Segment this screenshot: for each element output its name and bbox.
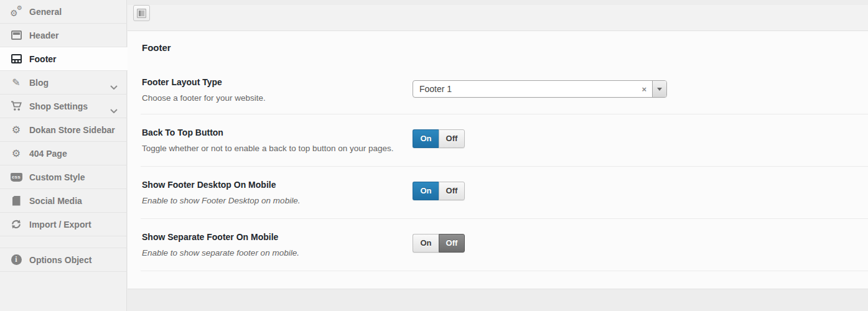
setting-row-footer-layout-type: Footer Layout Type Choose a footer for y… <box>141 72 868 114</box>
css-badge-icon: css <box>10 173 22 182</box>
separate-footer-mobile-toggle: On Off <box>413 234 465 253</box>
footer-layout-select[interactable]: Footer 1 × <box>413 80 667 98</box>
setting-label: Show Separate Footer On Mobile <box>142 232 868 243</box>
setting-row-show-footer-desktop-on-mobile: Show Footer Desktop On Mobile Enable to … <box>141 167 868 219</box>
sidebar-spacer <box>0 236 126 248</box>
setting-description: Toggle whether or not to enable a back t… <box>142 143 868 154</box>
toggle-on-button[interactable]: On <box>413 129 439 148</box>
header-layout-icon <box>10 30 22 40</box>
sidebar-item-label: Import / Export <box>29 220 91 230</box>
toggle-on-button[interactable]: On <box>413 182 439 200</box>
sidebar-item-shop-settings[interactable]: Shop Settings <box>0 95 126 118</box>
gear-icon: ⚙ <box>10 125 22 135</box>
chevron-down-icon <box>110 104 118 116</box>
gear-icon: ⚙ <box>10 149 22 159</box>
sidebar-item-custom-style[interactable]: css Custom Style <box>0 165 126 189</box>
sidebar-item-blog[interactable]: ✎ Blog <box>0 71 126 95</box>
gears-icon: ⚙⚙ <box>10 6 22 17</box>
sidebar-item-social-media[interactable]: Social Media <box>0 189 126 213</box>
setting-description: Enable to show separate footer on mobile… <box>142 248 868 258</box>
clear-icon[interactable]: × <box>636 85 652 94</box>
sidebar-item-label: Header <box>29 30 58 40</box>
toggle-off-button[interactable]: Off <box>439 129 465 148</box>
settings-panel: Footer Footer Layout Type Choose a foote… <box>128 31 868 289</box>
back-to-top-toggle: On Off <box>413 129 465 148</box>
sidebar-item-dokan-store-sidebar[interactable]: ⚙ Dokan Store Sidebar <box>0 118 126 142</box>
cart-icon <box>10 101 22 111</box>
sidebar-toggle-button[interactable] <box>133 5 150 21</box>
chevron-down-icon <box>110 81 118 92</box>
footer-desktop-mobile-toggle: On Off <box>413 182 465 200</box>
setting-row-back-to-top-button: Back To Top Button Toggle whether or not… <box>141 114 868 167</box>
setting-description: Enable to show Footer Desktop on mobile. <box>142 195 868 206</box>
file-icon <box>10 196 22 206</box>
footer-layout-icon <box>10 54 22 63</box>
sidebar-item-label: Custom Style <box>29 172 85 182</box>
setting-row-show-separate-footer-on-mobile: Show Separate Footer On Mobile Enable to… <box>141 219 868 271</box>
pencil-icon: ✎ <box>10 78 22 88</box>
sidebar-item-label: General <box>29 7 62 17</box>
sidebar-item-label: Dokan Store Sidebar <box>29 125 115 135</box>
sidebar-item-404-page[interactable]: ⚙ 404 Page <box>0 142 126 165</box>
sidebar-item-label: Footer <box>29 54 57 64</box>
sidebar-item-footer[interactable]: Footer <box>0 47 128 71</box>
sidebar-item-label: Social Media <box>29 196 82 206</box>
sidebar-item-label: 404 Page <box>29 149 67 159</box>
setting-label: Back To Top Button <box>142 128 868 138</box>
page-title: Footer <box>128 31 868 72</box>
topbar <box>128 5 868 31</box>
sidebar-item-import-export[interactable]: Import / Export <box>0 213 126 236</box>
dropdown-arrow-icon[interactable] <box>652 81 666 97</box>
sidebar-item-options-object[interactable]: i Options Object <box>0 248 126 272</box>
main-panel: Footer Footer Layout Type Choose a foote… <box>128 0 868 311</box>
setting-label: Show Footer Desktop On Mobile <box>142 180 868 190</box>
sidebar-item-label: Options Object <box>29 255 91 265</box>
settings-sidebar: ⚙⚙ General Header Footer ✎ Blog <box>0 0 127 311</box>
select-value: Footer 1 <box>413 84 636 94</box>
theme-options-panel: ⚙⚙ General Header Footer ✎ Blog <box>0 0 868 311</box>
toggle-off-button[interactable]: Off <box>439 234 465 253</box>
sidebar-toggle-icon <box>137 9 146 18</box>
info-icon: i <box>10 254 22 265</box>
sidebar-item-label: Blog <box>29 78 49 88</box>
toggle-off-button[interactable]: Off <box>439 182 465 200</box>
refresh-icon <box>10 219 22 230</box>
sidebar-item-label: Shop Settings <box>29 101 88 111</box>
sidebar-item-general[interactable]: ⚙⚙ General <box>0 0 126 24</box>
sidebar-item-header[interactable]: Header <box>0 24 126 47</box>
toggle-on-button[interactable]: On <box>413 234 439 253</box>
